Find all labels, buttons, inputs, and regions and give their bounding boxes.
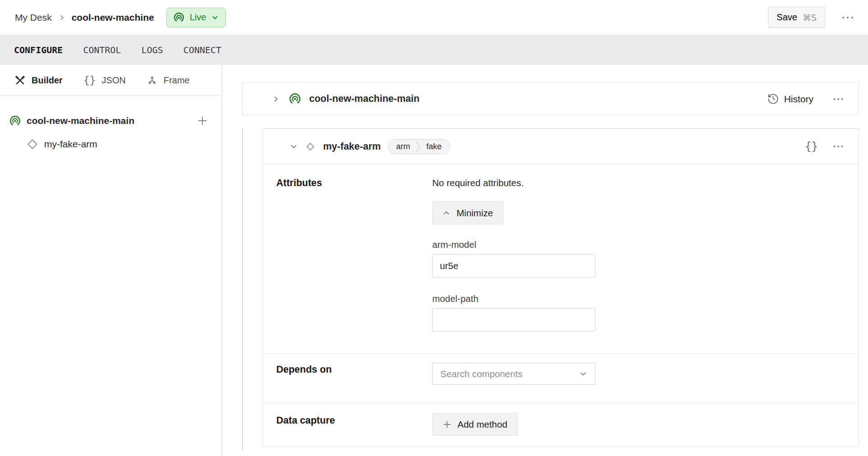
tree-item-label: cool-new-machine-main	[27, 115, 191, 126]
badge-separator-icon	[416, 139, 421, 154]
tree-connector-line	[242, 128, 243, 451]
config-sidebar: Builder {} JSON Frame	[0, 65, 222, 456]
tree-item-machine-main[interactable]: cool-new-machine-main	[0, 109, 222, 132]
field-label-arm-model: arm-model	[432, 239, 845, 250]
top-bar: My Desk cool-new-machine Live Save ⌘S	[0, 0, 868, 35]
model-path-input[interactable]	[432, 308, 595, 332]
sidebar-view-tabs: Builder {} JSON Frame	[0, 65, 222, 96]
chevron-down-icon	[579, 370, 587, 378]
field-label-model-path: model-path	[432, 293, 845, 304]
expand-chevron-right-icon[interactable]	[272, 96, 279, 103]
braces-icon: {}	[83, 74, 96, 86]
frame-axes-icon	[146, 75, 158, 86]
arm-model-input[interactable]	[432, 254, 595, 278]
component-card-overflow-menu-button[interactable]	[833, 145, 844, 148]
breadcrumb-parent-link[interactable]: My Desk	[15, 12, 52, 23]
config-panel: cool-new-machine-main History	[222, 65, 868, 456]
save-button-label: Save	[777, 12, 797, 23]
viam-logo-icon	[288, 92, 302, 105]
add-component-button[interactable]	[196, 115, 208, 127]
tab-json-label: JSON	[102, 75, 126, 86]
topbar-overflow-menu-button[interactable]	[841, 16, 854, 19]
badge-model: fake	[421, 142, 450, 151]
add-method-label: Add method	[457, 419, 507, 430]
machine-part-title: cool-new-machine-main	[309, 93, 420, 105]
attributes-heading: Attributes	[276, 177, 432, 353]
component-title: my-fake-arm	[323, 141, 381, 152]
history-button[interactable]: History	[767, 93, 813, 105]
depends-on-placeholder: Search components	[440, 369, 579, 379]
minimize-button[interactable]: Minimize	[432, 201, 503, 224]
tab-control[interactable]: CONTROL	[83, 45, 121, 55]
breadcrumb-separator-icon	[59, 14, 65, 21]
primary-tab-bar: CONFIGURE CONTROL LOGS CONNECT	[0, 35, 868, 65]
tab-frame-label: Frame	[164, 75, 190, 86]
machine-status-dropdown[interactable]: Live	[166, 8, 226, 27]
tree-item-my-fake-arm[interactable]: my-fake-arm	[0, 132, 222, 156]
save-shortcut: ⌘S	[803, 13, 817, 23]
breadcrumb-current: cool-new-machine	[72, 12, 154, 23]
tree-item-label: my-fake-arm	[44, 139, 97, 150]
component-diamond-icon	[26, 137, 39, 151]
edit-json-button[interactable]: {}	[805, 140, 818, 153]
data-capture-heading: Data capture	[276, 415, 432, 447]
minimize-label: Minimize	[457, 208, 493, 219]
depends-on-select[interactable]: Search components	[432, 363, 595, 385]
machine-part-card: cool-new-machine-main History	[242, 82, 859, 115]
component-model-badge: arm fake	[388, 139, 450, 154]
breadcrumb: My Desk cool-new-machine	[15, 12, 154, 23]
chevron-down-icon	[211, 14, 219, 21]
component-card: my-fake-arm arm fake {} Attributes No re…	[263, 128, 859, 447]
component-card-header: my-fake-arm arm fake {}	[263, 129, 858, 164]
tab-configure[interactable]: CONFIGURE	[14, 45, 63, 55]
history-label: History	[784, 94, 813, 105]
viam-logo-icon	[173, 12, 185, 23]
machine-card-overflow-menu-button[interactable]	[833, 97, 844, 101]
tab-builder-label: Builder	[32, 75, 63, 86]
component-tree: cool-new-machine-main my-fake-arm	[0, 96, 222, 156]
tab-builder[interactable]: Builder	[14, 75, 63, 86]
plus-icon	[443, 420, 452, 429]
depends-on-heading: Depends on	[276, 364, 432, 403]
data-capture-section: Data capture Add method	[263, 403, 858, 447]
status-badge: Live	[190, 12, 206, 23]
viam-logo-icon	[9, 115, 21, 127]
history-clock-icon	[767, 93, 779, 105]
content-area: Builder {} JSON Frame	[0, 65, 868, 456]
tools-icon	[14, 75, 26, 86]
attributes-section: Attributes No required attributes. Minim…	[263, 164, 858, 354]
badge-type: arm	[388, 142, 416, 151]
tab-json[interactable]: {} JSON	[83, 74, 126, 86]
attributes-empty-text: No required attributes.	[432, 177, 845, 189]
collapse-chevron-down-icon[interactable]	[290, 142, 298, 150]
tab-frame[interactable]: Frame	[146, 75, 190, 86]
depends-on-section: Depends on Search components	[263, 354, 858, 403]
tab-logs[interactable]: LOGS	[142, 45, 163, 55]
save-button[interactable]: Save ⌘S	[768, 7, 825, 28]
add-method-button[interactable]: Add method	[432, 413, 518, 436]
chevron-up-icon	[443, 209, 450, 217]
tab-connect[interactable]: CONNECT	[183, 45, 221, 55]
component-diamond-icon	[305, 141, 315, 152]
